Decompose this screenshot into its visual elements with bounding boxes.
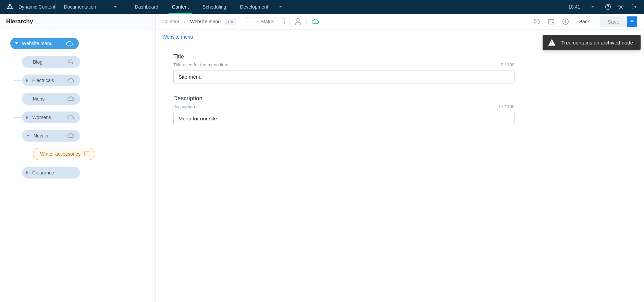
warning-icon [548,39,556,46]
top-nav: Dynamic Content Documentation Dashboard … [0,0,644,14]
breadcrumb-section[interactable]: Content [162,19,179,24]
logout-icon[interactable] [631,4,637,10]
tree-item-clearance[interactable]: Clearance [22,167,80,179]
content-panel: Content / Website menu en + Status Bac [156,14,644,302]
divider [289,18,290,25]
calendar-icon[interactable] [548,18,555,25]
tab-dashboard[interactable]: Dashboard [128,0,165,14]
tree-row: Mens [14,93,148,105]
content-toolbar: Content / Website menu en + Status Bac [156,14,644,30]
tree-item-label: New in [34,133,64,139]
tab-content[interactable]: Content [165,0,196,14]
save-options-button[interactable] [627,16,637,27]
warning-toast: Tree contains an archived node [543,35,641,50]
tree-item-womens[interactable]: Womens [22,111,80,123]
field-counter: 9 / 100 [501,62,515,67]
svg-point-1 [608,8,608,8]
main: Hierarchy Website menu Blog [0,14,644,302]
tree-connector [14,62,22,62]
svg-rect-8 [552,41,553,43]
tree-row: Womens [14,111,148,123]
tree-row: Clearance [14,167,148,179]
form: Title Title used for the menu item 9 / 1… [162,53,525,125]
info-icon[interactable] [562,18,569,25]
tree-root-website-menu[interactable]: Website menu [10,38,79,49]
tab-scheduling[interactable]: Scheduling [196,0,233,14]
time-value: 10:41 [568,4,580,10]
field-hint: Title used for the menu item [173,62,228,67]
sidebar: Hierarchy Website menu Blog [0,14,156,302]
sidebar-title: Hierarchy [0,14,155,29]
tree-item-label: Website menu [22,41,62,46]
tree-connector [14,173,22,173]
tree-connector [14,136,22,136]
top-nav-tabs: Dashboard Content Scheduling Development [128,0,289,14]
svg-point-7 [565,20,566,20]
description-input[interactable] [173,112,515,125]
tab-development[interactable]: Development [233,0,289,14]
field-label: Title [173,53,515,60]
hierarchy-tree: Website menu Blog Electricals [0,29,155,185]
person-icon[interactable] [295,18,301,25]
divider [306,18,307,25]
title-input[interactable] [173,70,515,83]
save-button-group: Save [600,16,637,27]
tree-connector [14,80,22,81]
save-button[interactable]: Save [600,16,627,27]
back-button[interactable]: Back [577,19,593,24]
cloud-icon [67,96,74,101]
tree-row: New in [14,130,148,142]
field-label: Description [173,95,515,102]
tree-connector [25,154,33,154]
help-icon[interactable] [605,4,611,10]
svg-point-4 [297,18,299,21]
field-description: Description description 17 / 100 [173,95,515,125]
language-chip[interactable]: en [225,18,236,25]
tab-label: Dashboard [135,4,159,10]
section-select[interactable]: Documentation [55,4,127,10]
history-icon[interactable] [533,18,540,25]
field-counter: 17 / 100 [498,104,515,109]
chevron-down-icon [26,134,30,137]
tree-item-label: Mens [33,96,64,102]
breadcrumb-current: Website menu [190,19,221,24]
divider [241,18,241,25]
tree-connector [14,117,22,118]
time-display[interactable]: 10:41 [568,4,595,10]
tree-row: Electricals [14,75,148,86]
chevron-right-icon [26,115,29,119]
gear-icon[interactable] [618,4,624,10]
tree-item-winter-accessories[interactable]: Winter accessories [33,148,95,160]
top-nav-left: Dynamic Content [0,0,55,14]
top-nav-right: 10:41 [568,4,644,10]
tree-item-label: Clearance [32,170,74,175]
content-body: Website menu Title Title used for the me… [156,30,644,144]
cloud-icon [67,78,74,83]
add-status-button[interactable]: + Status [246,17,285,26]
app-name: Dynamic Content [18,4,55,10]
chevron-down-icon [278,5,283,8]
tree-row: Blog [14,56,148,68]
svg-rect-9 [552,44,553,45]
chevron-right-icon [26,78,29,82]
tree-row: Winter accessories [25,148,148,160]
chevron-down-icon [591,5,595,8]
tree-item-mens[interactable]: Mens [22,93,80,105]
cloud-x-icon [67,60,74,64]
section-select-label: Documentation [64,4,96,10]
tab-label: Scheduling [202,4,226,10]
chevron-down-icon [630,20,634,23]
tree-item-electricals[interactable]: Electricals [22,75,80,86]
section-tab-website-menu[interactable]: Website menu [162,34,193,40]
breadcrumb-slash: / [184,19,185,24]
cloud-icon [67,115,74,120]
tree-connector [14,99,22,99]
chevron-down-icon [14,42,18,45]
cloud-icon [66,41,73,46]
tree-item-label: Winter accessories [40,151,80,157]
tree-item-new-in[interactable]: New in [22,130,80,142]
cloud-status-icon [311,19,319,24]
tree-item-blog[interactable]: Blog [22,56,80,68]
field-hint: description [173,104,195,109]
archive-icon [84,152,89,156]
